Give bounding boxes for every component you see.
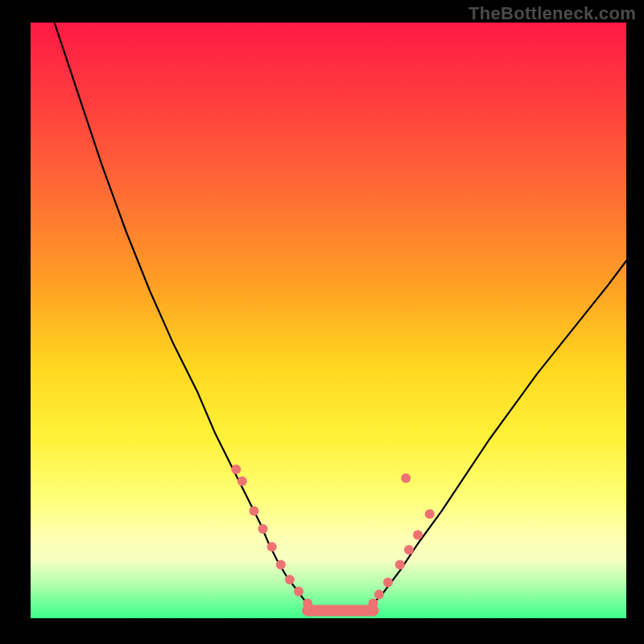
svg-point-6: [276, 559, 286, 569]
left-curve: [55, 23, 314, 609]
svg-point-10: [368, 598, 378, 608]
svg-point-8: [294, 587, 303, 597]
svg-point-16: [425, 509, 435, 518]
svg-point-1: [231, 464, 241, 474]
svg-point-2: [237, 477, 247, 486]
chart-frame: TheBottleneck.com: [0, 0, 644, 644]
svg-point-15: [413, 530, 423, 539]
marker-dots: [231, 464, 435, 609]
svg-point-14: [404, 545, 414, 555]
plot-area: [31, 23, 626, 618]
svg-point-11: [374, 589, 384, 599]
svg-point-13: [395, 559, 405, 569]
svg-point-4: [258, 524, 268, 534]
right-curve: [367, 261, 626, 609]
svg-point-12: [383, 578, 393, 588]
svg-point-5: [267, 542, 277, 551]
svg-point-3: [249, 506, 258, 516]
svg-point-17: [401, 473, 411, 483]
svg-point-7: [285, 575, 295, 584]
watermark-text: TheBottleneck.com: [469, 3, 636, 24]
chart-svg: [31, 23, 626, 618]
svg-point-9: [303, 598, 312, 608]
